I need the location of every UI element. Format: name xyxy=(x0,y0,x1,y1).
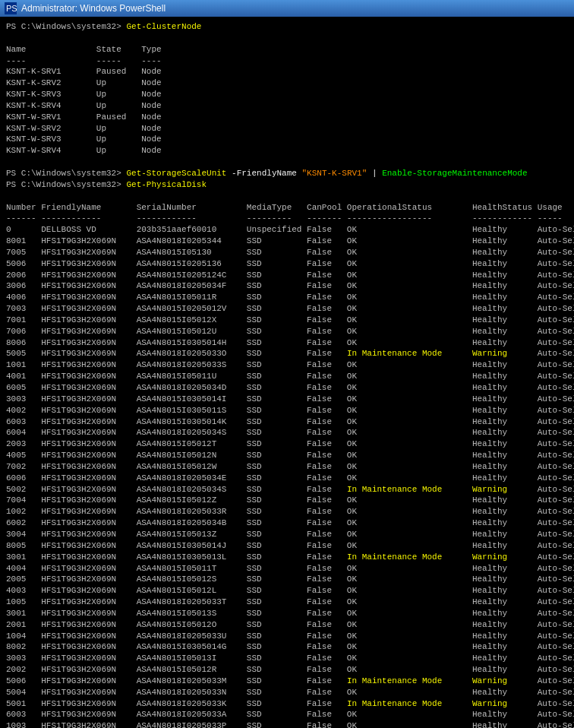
disk-1005: 1005 HFS1T9G3H2X069N ASA4N8018I0205033T … xyxy=(6,597,568,608)
prompt-line-2: PS C:\Windows\system32> Get-StorageScale… xyxy=(6,168,568,179)
disk-2006: 2006 HFS1T9G3H2X069N ASA4N8015I0205124C … xyxy=(6,270,568,281)
disk-4004: 4004 HFS1T9G3H2X069N ASA4N8015I05011T SS… xyxy=(6,563,568,574)
disk-7006: 7006 HFS1T9G3H2X069N ASA4N8015I05012U SS… xyxy=(6,326,568,337)
disk-4002: 4002 HFS1T9G3H2X069N ASA4N8015I0305011S … xyxy=(6,405,568,416)
header-dash: ---- ----- ---- xyxy=(6,55,568,67)
disk-8002: 8002 HFS1T9G3H2X069N ASA4N8015I0305014G … xyxy=(6,641,568,653)
node-3: KSNT-K-SRV3 Up Node xyxy=(6,89,568,100)
disk-6002: 6002 HFS1T9G3H2X069N ASA4N8018I0205034B … xyxy=(6,518,568,529)
disk-5001: 5001 HFS1T9G3H2X069N ASA4N8018I0205033K … xyxy=(6,698,568,710)
title-icon: PS xyxy=(5,2,17,14)
disk-2002: 2002 HFS1T9G3H2X069N ASA4N8015I05012R SS… xyxy=(6,664,568,676)
prompt-line-1: PS C:\Windows\system32> Get-ClusterNode xyxy=(6,21,568,33)
disk-7001: 7001 HFS1T9G3H2X069N ASA4N8015I05012X SS… xyxy=(6,315,568,326)
node-7: KSNT-W-SRV3 Up Node xyxy=(6,134,568,145)
disk-5006b: 5006 HFS1T9G3H2X069N ASA4N8018I0205033M … xyxy=(6,676,568,687)
disk-7003: 7003 HFS1T9G3H2X069N ASA4N8015I0205012V … xyxy=(6,303,568,315)
title-text: Administrator: Windows PowerShell xyxy=(21,3,166,14)
disk-2005: 2005 HFS1T9G3H2X069N ASA4N8015I05012S SS… xyxy=(6,574,568,585)
node-4: KSNT-K-SRV4 Up Node xyxy=(6,100,568,112)
disk-4001: 4001 HFS1T9G3H2X069N ASA4N8015I05011U SS… xyxy=(6,371,568,382)
terminal[interactable]: PS C:\Windows\system32> Get-ClusterNode … xyxy=(0,17,574,728)
disk-7004: 7004 HFS1T9G3H2X069N ASA4N8015I05012Z SS… xyxy=(6,495,568,506)
disk-3003: 3003 HFS1T9G3H2X069N ASA4N8015I0305014I … xyxy=(6,394,568,405)
disk-3006: 3006 HFS1T9G3H2X069N ASA4N8018I0205034F … xyxy=(6,280,568,292)
prompt-line-3: PS C:\Windows\system32> Get-PhysicalDisk xyxy=(6,179,568,191)
disk-2001: 2001 HFS1T9G3H2X069N ASA4N8015I05012O SS… xyxy=(6,619,568,631)
disk-8006: 8006 HFS1T9G3H2X069N ASA4N8015I0305014H … xyxy=(6,337,568,349)
node-2: KSNT-K-SRV2 Up Node xyxy=(6,78,568,89)
disk-7002: 7002 HFS1T9G3H2X069N ASA4N8015I05012W SS… xyxy=(6,461,568,473)
node-5: KSNT-W-SRV1 Paused Node xyxy=(6,112,568,123)
disk-1001: 1001 HFS1T9G3H2X069N ASA4N8018I0205033S … xyxy=(6,359,568,371)
disk-3004: 3004 HFS1T9G3H2X069N ASA4N8015I05013Z SS… xyxy=(6,529,568,540)
disk-1003: 1003 HFS1T9G3H2X069N ASA4N8018I0205033P … xyxy=(6,720,568,728)
title-bar: PS Administrator: Windows PowerShell xyxy=(0,0,574,17)
disk-3001: 3001 HFS1T9G3H2X069N ASA4N8015I0305013L … xyxy=(6,552,568,563)
disk-6003b: 6003 HFS1T9G3H2X069N ASA4N8018I0205033A … xyxy=(6,709,568,720)
col-header: Number FriendlyName SerialNumber MediaTy… xyxy=(6,202,568,214)
disk-3003b: 3003 HFS1T9G3H2X069N ASA4N8015I05013I SS… xyxy=(6,653,568,664)
disk-3001b: 3001 HFS1T9G3H2X069N ASA4N8015I05013S SS… xyxy=(6,608,568,619)
node-8: KSNT-W-SRV4 Up Node xyxy=(6,145,568,157)
blank-2 xyxy=(6,157,568,168)
disk-6004: 6004 HFS1T9G3H2X069N ASA4N8018I0205034S … xyxy=(6,427,568,438)
blank-1 xyxy=(6,33,568,44)
disk-0: 0 DELLBOSS VD 203b351aaef60010 Unspecifi… xyxy=(6,224,568,236)
blank-3 xyxy=(6,191,568,202)
disk-1004: 1004 HFS1T9G3H2X069N ASA4N8018I0205033U … xyxy=(6,631,568,642)
col-dash: ------ ------------ ------------ -------… xyxy=(6,213,568,224)
disk-5004: 5004 HFS1T9G3H2X069N ASA4N8018I0205033N … xyxy=(6,687,568,698)
disk-5005: 5005 HFS1T9G3H2X069N ASA4N8018I0205033O … xyxy=(6,348,568,359)
disk-4006: 4006 HFS1T9G3H2X069N ASA4N8015I05011R SS… xyxy=(6,292,568,303)
disk-2003: 2003 HFS1T9G3H2X069N ASA4N8015I05012T SS… xyxy=(6,438,568,450)
header-names: Name State Type xyxy=(6,44,568,55)
disk-7005: 7005 HFS1T9G3H2X069N ASA4N8015I05130 SSD… xyxy=(6,247,568,258)
disk-6006: 6006 HFS1T9G3H2X069N ASA4N8018I0205034E … xyxy=(6,473,568,484)
node-6: KSNT-W-SRV2 Up Node xyxy=(6,123,568,135)
node-1: KSNT-K-SRV1 Paused Node xyxy=(6,66,568,78)
disk-8001: 8001 HFS1T9G3H2X069N ASA4N8018I0205344 S… xyxy=(6,236,568,247)
disk-5006: 5006 HFS1T9G3H2X069N ASA4N8015I0205136 S… xyxy=(6,258,568,270)
disk-8005: 8005 HFS1T9G3H2X069N ASA4N8015I0305014J … xyxy=(6,540,568,552)
disk-6005: 6005 HFS1T9G3H2X069N ASA4N8018I0205034D … xyxy=(6,382,568,394)
disk-4003: 4003 HFS1T9G3H2X069N ASA4N8015I05012L SS… xyxy=(6,585,568,597)
disk-1002: 1002 HFS1T9G3H2X069N ASA4N8018I0205033R … xyxy=(6,506,568,518)
disk-5002: 5002 HFS1T9G3H2X069N ASA4N8018I0205034S … xyxy=(6,484,568,495)
disk-4005: 4005 HFS1T9G3H2X069N ASA4N8015I05012N SS… xyxy=(6,450,568,461)
svg-text:PS: PS xyxy=(6,4,17,13)
disk-6003: 6003 HFS1T9G3H2X069N ASA4N8015I0305014K … xyxy=(6,416,568,428)
